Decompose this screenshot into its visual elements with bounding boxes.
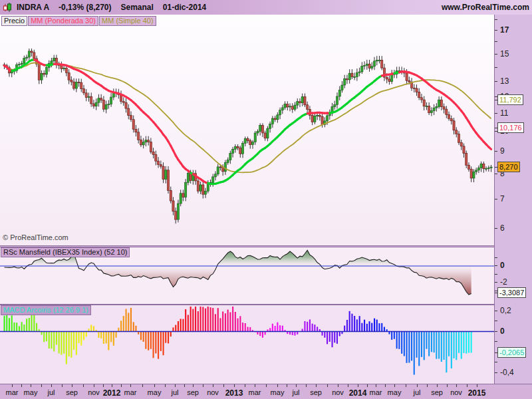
prorealtime-chart-window: INDRA A -0,13% (8,270) Semanal 01-dic-20… xyxy=(0,0,532,399)
time-tick xyxy=(12,384,13,387)
time-tick xyxy=(306,384,307,387)
time-axis-label: mar xyxy=(249,388,261,396)
time-tick xyxy=(266,384,267,387)
time-tick xyxy=(417,384,418,387)
tab-mm-simple[interactable]: MM (Simple 40) xyxy=(99,16,156,26)
value-box: 11,792 xyxy=(497,94,523,105)
time-tick xyxy=(142,384,143,387)
price-axis[interactable]: 17151312111098760-20,20-0,411,79210,1768… xyxy=(494,15,532,384)
time-tick xyxy=(348,384,348,387)
axis-tick xyxy=(495,199,497,200)
axis-label: 9 xyxy=(500,146,505,156)
time-axis-label: jul xyxy=(292,388,299,396)
time-axis-label: nov xyxy=(450,388,462,396)
time-tick xyxy=(193,384,194,387)
time-axis-label: mar xyxy=(6,388,19,396)
axis-label: 17 xyxy=(500,25,509,35)
axis-tick xyxy=(495,265,497,266)
axis-tick xyxy=(495,30,497,31)
axis-label: 6 xyxy=(500,223,505,233)
legend-tabs: Precio MM (Ponderada 30) MM (Simple 40) xyxy=(1,16,157,26)
time-tick xyxy=(94,384,94,387)
time-tick xyxy=(367,384,368,387)
price-change: -0,13% (8,270) xyxy=(59,3,111,12)
time-tick xyxy=(31,384,31,387)
time-tick xyxy=(477,384,477,387)
time-tick xyxy=(385,384,386,387)
time-tick xyxy=(327,384,328,387)
time-tick xyxy=(394,384,395,387)
axis-tick xyxy=(495,372,497,373)
time-axis-label: sep xyxy=(66,388,78,396)
time-tick xyxy=(223,384,224,387)
time-axis-label: nov xyxy=(88,388,100,396)
time-tick xyxy=(130,384,131,387)
time-tick xyxy=(83,384,84,387)
axis-tick xyxy=(495,228,497,229)
axis-label: 15 xyxy=(500,49,509,59)
time-tick xyxy=(234,384,235,387)
time-axis[interactable]: marmayjulsepnov2012marmayjulsepnov2013ma… xyxy=(0,384,532,399)
axis-tick xyxy=(495,54,497,55)
macd-arcoiris-canvas[interactable] xyxy=(0,305,494,384)
time-axis-label: 2015 xyxy=(468,388,486,398)
date-label: 01-dic-2014 xyxy=(163,3,206,12)
time-tick xyxy=(255,384,255,387)
time-tick xyxy=(456,384,457,387)
price-chart-canvas[interactable] xyxy=(0,15,494,246)
time-axis-label: mar xyxy=(124,388,137,396)
macd-indicator-label[interactable]: MACD Arcoiris (12 26 9 1) xyxy=(1,305,91,315)
axis-tick xyxy=(495,113,497,114)
value-box: 10,176 xyxy=(497,122,524,133)
axis-label: 0 xyxy=(500,261,505,270)
tab-mm-ponderada[interactable]: MM (Ponderada 30) xyxy=(28,16,98,26)
site-link[interactable]: www.ProRealTime.com xyxy=(442,3,529,12)
time-axis-label: may xyxy=(24,388,38,396)
title-bar: INDRA A -0,13% (8,270) Semanal 01-dic-20… xyxy=(0,0,532,15)
time-tick xyxy=(184,384,185,387)
axis-tick xyxy=(495,257,497,258)
time-tick xyxy=(467,384,467,387)
time-axis-label: sep xyxy=(187,388,199,396)
time-tick xyxy=(72,384,72,387)
time-tick xyxy=(175,384,176,387)
time-tick xyxy=(112,384,112,387)
time-axis-label: sep xyxy=(431,388,443,396)
time-tick xyxy=(41,384,42,387)
rsc-indicator-label[interactable]: RSc Mansfield (IBEX35 Index) (52 10) xyxy=(1,247,130,257)
axis-tick xyxy=(495,311,497,311)
time-axis-label: nov xyxy=(332,388,344,396)
time-axis-label: 2014 xyxy=(349,388,367,398)
value-box: -3,3087 xyxy=(497,287,526,298)
axis-tick xyxy=(495,331,497,332)
time-tick xyxy=(338,384,338,387)
time-tick xyxy=(437,384,438,387)
axis-tick xyxy=(495,67,497,68)
axis-tick xyxy=(495,174,497,174)
time-tick xyxy=(427,384,428,387)
time-tick xyxy=(21,384,22,387)
time-axis-label: jul xyxy=(413,388,420,396)
axis-tick xyxy=(495,321,497,321)
axis-label: 0 xyxy=(500,327,505,336)
instrument-name: INDRA A xyxy=(17,3,49,12)
time-tick xyxy=(406,384,406,387)
time-axis-label: jul xyxy=(47,388,55,396)
time-axis-label: jul xyxy=(171,388,178,396)
time-tick xyxy=(376,384,376,387)
axis-tick xyxy=(495,341,497,342)
watermark: © ProRealTime.com xyxy=(3,233,68,241)
time-tick xyxy=(154,384,155,387)
tab-precio[interactable]: Precio xyxy=(1,16,27,26)
axis-label: 11 xyxy=(500,108,508,118)
time-tick xyxy=(51,384,52,387)
time-tick xyxy=(121,384,122,387)
time-tick xyxy=(103,384,104,387)
candlestick-icon xyxy=(2,2,13,13)
value-box: -0,2065 xyxy=(497,347,526,358)
time-axis-label: nov xyxy=(207,388,219,396)
axis-tick xyxy=(495,362,497,362)
axis-label: 0,2 xyxy=(500,306,511,315)
timeframe-label: Semanal xyxy=(121,3,154,12)
axis-label: -0,4 xyxy=(500,368,514,377)
